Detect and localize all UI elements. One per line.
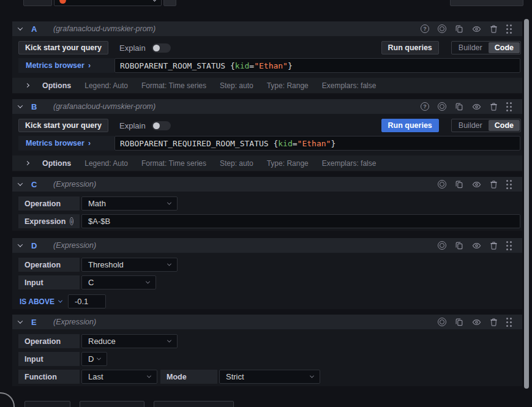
eye-icon[interactable] [472, 102, 481, 111]
options-step: Step: auto [220, 81, 253, 90]
copy-icon[interactable] [455, 102, 463, 111]
scrollbar-thumb[interactable] [524, 19, 529, 389]
threshold-value-input[interactable]: -0.1 [68, 294, 106, 308]
explain-toggle[interactable] [152, 43, 171, 53]
top-right-partial-button[interactable] [450, 0, 523, 6]
chevron-down-icon [167, 201, 171, 205]
promql-query-input[interactable]: ROBOPARENT_ROOM_STATUS {kid="Ethan"} [114, 58, 520, 73]
metrics-browser-button[interactable]: Metrics browser › [18, 58, 114, 73]
options-title: Options [42, 159, 71, 168]
drag-handle-icon[interactable] [506, 180, 508, 182]
operation-select[interactable]: Threshold [81, 258, 178, 272]
expression-c-header[interactable]: C (Expression) [12, 177, 522, 192]
trash-icon[interactable] [490, 180, 498, 189]
operation-label: Operation [18, 196, 80, 211]
collapse-chevron-icon[interactable] [18, 318, 23, 323]
expression-e-header[interactable]: E (Expression) [12, 315, 522, 329]
record-circle-icon[interactable] [438, 24, 446, 33]
drag-handle-icon[interactable] [506, 241, 508, 243]
query-refid: B [31, 102, 39, 111]
query-options-collapse[interactable]: Options Legend: Auto Format: Time series… [12, 78, 522, 93]
add-query-button[interactable]: + Add query [24, 401, 70, 407]
query-b-header[interactable]: B (grafanacloud-uvmskier-prom) ? [12, 99, 522, 114]
expression-label: Expression i [18, 214, 80, 228]
add-expression-button[interactable]: + Expression [80, 401, 144, 407]
math-expression-input[interactable]: $A-$B [81, 214, 520, 228]
eye-icon[interactable] [472, 180, 481, 189]
threshold-condition-select[interactable]: IS ABOVE [18, 297, 62, 306]
chevron-down-icon [146, 280, 150, 284]
chevron-right-glyph: › [88, 139, 91, 147]
help-icon[interactable]: ? [421, 102, 429, 111]
eye-icon[interactable] [472, 318, 481, 327]
drag-handle-icon[interactable] [506, 318, 508, 319]
options-type: Type: Range [267, 81, 309, 90]
code-tab[interactable]: Code [489, 120, 520, 131]
operation-select[interactable]: Math [81, 196, 178, 211]
top-square-button[interactable] [163, 0, 176, 6]
query-options-collapse[interactable]: Options Legend: Auto Format: Time series… [12, 155, 522, 171]
mode-select[interactable]: Strict [219, 370, 320, 384]
builder-tab[interactable]: Builder [452, 42, 489, 53]
promql-query-input[interactable]: ROBOPARENT_REQUIRED_ROOM_STATUS {kid="Et… [114, 136, 520, 151]
operation-label: Operation [18, 258, 80, 272]
drag-handle-icon[interactable] [506, 24, 508, 26]
input-select[interactable]: C [81, 275, 156, 289]
collapse-chevron-icon[interactable] [18, 103, 23, 108]
run-queries-button[interactable]: Run queries [381, 41, 439, 54]
trash-icon[interactable] [490, 24, 498, 33]
function-select[interactable]: Last [81, 370, 157, 384]
function-label: Function [18, 370, 80, 384]
metrics-browser-button[interactable]: Metrics browser › [18, 136, 114, 151]
chevron-down-icon [147, 374, 151, 378]
options-title: Options [42, 81, 71, 90]
help-icon[interactable]: ? [421, 24, 429, 33]
explain-toggle[interactable] [152, 121, 171, 130]
copy-icon[interactable] [455, 318, 463, 326]
trash-icon[interactable] [490, 241, 498, 250]
copy-icon[interactable] [455, 180, 463, 189]
query-datasource-name: (grafanacloud-uvmskier-prom) [53, 24, 155, 33]
add-recorded-query-button[interactable]: + Recorded query [154, 401, 234, 407]
builder-code-toggle: Builder Code [451, 119, 521, 132]
prometheus-icon [59, 0, 66, 4]
eye-icon[interactable] [472, 24, 481, 34]
corner-bubble[interactable] [0, 392, 15, 407]
run-queries-button[interactable]: Run queries [381, 119, 439, 132]
options-format: Format: Time series [141, 159, 206, 168]
operation-select[interactable]: Reduce [81, 334, 178, 348]
collapse-chevron-icon[interactable] [18, 25, 23, 30]
trash-icon[interactable] [490, 318, 498, 326]
record-circle-icon[interactable] [438, 102, 446, 111]
options-type: Type: Range [267, 159, 309, 168]
trash-icon[interactable] [490, 102, 498, 111]
expression-type-label: (Expression) [53, 318, 96, 326]
chevron-right-glyph: › [88, 61, 91, 70]
builder-tab[interactable]: Builder [452, 120, 489, 131]
expression-refid: E [31, 318, 39, 327]
kick-start-query-button[interactable]: Kick start your query [18, 119, 108, 132]
info-icon[interactable]: i [70, 217, 73, 225]
eye-icon[interactable] [472, 241, 481, 250]
datasource-picker[interactable] [54, 0, 162, 6]
query-a-header[interactable]: A (grafanacloud-uvmskier-prom) ? [12, 21, 522, 36]
collapse-chevron-icon[interactable] [18, 242, 23, 247]
record-circle-icon[interactable] [438, 318, 446, 326]
options-legend: Legend: Auto [84, 159, 128, 168]
options-exemplars: Exemplars: false [322, 81, 377, 90]
input-select[interactable]: D [81, 352, 107, 366]
copy-icon[interactable] [455, 241, 463, 250]
code-tab[interactable]: Code [489, 42, 520, 53]
drag-handle-icon[interactable] [506, 102, 508, 104]
expression-type-label: (Expression) [53, 180, 96, 189]
query-row-b: B (grafanacloud-uvmskier-prom) ? Kick st… [12, 99, 522, 171]
top-partial-field[interactable] [23, 0, 52, 6]
collapse-chevron-icon[interactable] [18, 181, 23, 185]
copy-icon[interactable] [455, 24, 463, 33]
kick-start-query-button[interactable]: Kick start your query [18, 41, 108, 54]
record-circle-icon[interactable] [438, 180, 446, 189]
expression-d-header[interactable]: D (Expression) [12, 238, 522, 253]
explain-label: Explain [119, 121, 146, 130]
chevron-down-icon [167, 262, 171, 266]
record-circle-icon[interactable] [438, 241, 446, 250]
